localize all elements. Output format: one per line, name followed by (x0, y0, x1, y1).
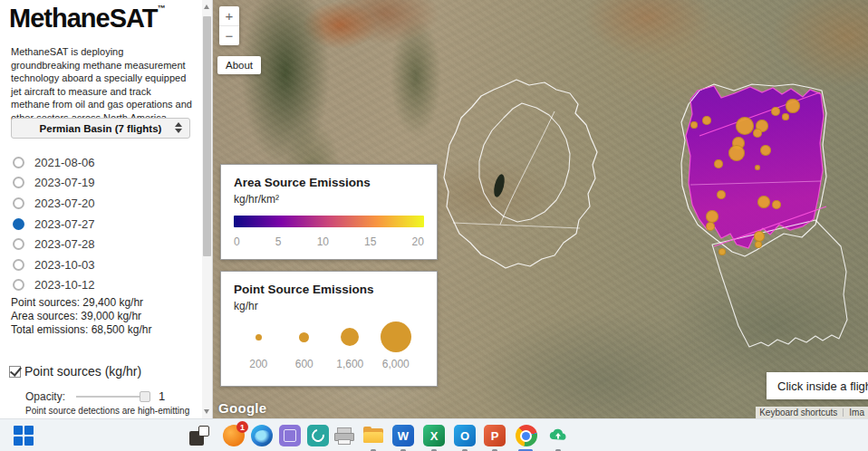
flight-date-label: 2021-08-06 (34, 156, 95, 169)
flight-radio-2023-07-28[interactable]: 2023-07-28 (13, 234, 95, 254)
point-source-marker[interactable] (719, 248, 726, 255)
tick-20: 20 (412, 235, 424, 248)
about-button[interactable]: About (217, 56, 261, 74)
region-dropdown-value: Permian Basin (7 flights) (40, 123, 162, 134)
point-source-marker[interactable] (702, 116, 711, 125)
point-source-marker[interactable] (786, 99, 800, 113)
flight-date-label: 2023-07-28 (34, 237, 95, 251)
excel-button[interactable]: X (423, 425, 445, 446)
bubble-cell (236, 334, 282, 341)
attribution-divider (843, 408, 844, 417)
point-source-marker[interactable] (690, 121, 698, 129)
bubble-cell (282, 332, 328, 342)
point-source-note: Point source detections are high-emittin… (25, 406, 190, 418)
point-source-marker[interactable] (771, 107, 780, 116)
start-button[interactable] (13, 425, 34, 446)
printer-icon-paper (338, 439, 351, 445)
flight-radio-2023-10-12[interactable]: 2023-10-12 (13, 275, 95, 296)
point-legend-title: Point Source Emissions (234, 283, 424, 296)
sidebar-scrollbar[interactable] (202, 0, 212, 418)
point-source-marker[interactable] (757, 196, 770, 208)
outlook-button[interactable]: O (454, 425, 476, 446)
flight-radio-2023-10-03[interactable]: 2023-10-03 (13, 254, 95, 275)
bubble-label: 600 (282, 358, 328, 370)
task-view-button[interactable] (188, 425, 210, 446)
keyboard-shortcuts-link[interactable]: Keyboard shortcuts (759, 408, 837, 417)
updown-arrows-icon (175, 122, 182, 133)
windows-taskbar: 1 W X O P (0, 418, 868, 451)
bubble-600 (299, 332, 309, 342)
area-legend-gradient-bar (234, 216, 424, 227)
zoom-in-button[interactable]: + (219, 6, 239, 25)
opacity-slider-thumb[interactable] (140, 391, 150, 402)
point-source-marker[interactable] (755, 241, 762, 248)
radio-icon (13, 279, 24, 291)
flight-date-label: 2023-10-12 (34, 278, 95, 292)
tick-5: 5 (275, 235, 282, 248)
map-zoom-control: + − (219, 6, 239, 45)
opacity-control: Opacity: 1 (25, 389, 165, 403)
tick-0: 0 (234, 235, 240, 248)
point-source-legend: Point Source Emissions kg/hr 200 600 1,6… (220, 271, 438, 387)
powerpoint-button[interactable]: P (484, 425, 506, 446)
folder-icon-front (363, 432, 383, 443)
flight-date-label: 2023-07-27 (34, 217, 95, 231)
point-source-marker[interactable] (772, 200, 781, 209)
radio-icon (13, 197, 24, 209)
map-canvas[interactable]: + − About Area Source Emissions kg/hr/km… (213, 0, 868, 418)
emission-stats: Point sources: 29,400 kg/hr Area sources… (11, 296, 151, 336)
scrollbar-thumb[interactable] (203, 16, 211, 256)
zoom-out-button[interactable]: − (219, 26, 239, 45)
word-button[interactable]: W (392, 425, 414, 446)
point-sources-checkbox-row[interactable]: Point sources (kg/hr) (9, 364, 141, 379)
point-source-marker[interactable] (706, 210, 719, 223)
app-description: MethaneSAT is deploying groundbreaking m… (11, 45, 192, 124)
trademark: ™ (157, 4, 165, 13)
scroll-down-icon[interactable] (204, 409, 209, 414)
purple-app-button[interactable] (279, 425, 301, 446)
sync-icon (309, 427, 326, 444)
tick-10: 10 (317, 235, 329, 248)
imagery-attribution: Ima (849, 408, 864, 417)
bubble-label: 200 (236, 358, 282, 370)
opacity-slider-track[interactable] (76, 396, 141, 398)
bubble-label: 1,600 (327, 358, 373, 370)
region-dropdown[interactable]: Permian Basin (7 flights) (11, 118, 190, 139)
point-source-marker[interactable] (755, 165, 760, 170)
point-source-marker[interactable] (760, 145, 771, 156)
point-source-marker[interactable] (782, 113, 789, 120)
area-legend-title: Area Source Emissions (234, 176, 424, 189)
flight-date-list: 2021-08-06 2023-07-19 2023-07-20 2023-07… (13, 152, 95, 295)
point-source-marker[interactable] (717, 190, 726, 199)
flight-path-tooltip: Click inside a flight pa (767, 372, 868, 399)
point-legend-units: kg/hr (234, 300, 424, 312)
area-legend-units: kg/hr/km² (234, 193, 424, 206)
point-source-marker[interactable] (714, 159, 723, 168)
area-sources-total: Area sources: 39,000 kg/hr (11, 310, 151, 323)
checkbox-icon[interactable] (9, 366, 21, 378)
flight-radio-2023-07-20[interactable]: 2023-07-20 (13, 193, 95, 214)
cloud-upload-button[interactable] (547, 425, 569, 446)
tick-15: 15 (364, 235, 376, 248)
chrome-button[interactable] (516, 425, 537, 446)
radio-icon (13, 238, 24, 250)
logo-text: MethaneSAT (9, 4, 157, 33)
flight-radio-2023-07-19[interactable]: 2023-07-19 (13, 173, 95, 194)
sidebar: MethaneSAT™ MethaneSAT is deploying grou… (0, 0, 213, 418)
printer-button[interactable] (333, 425, 355, 446)
opacity-value: 1 (159, 389, 165, 403)
file-explorer-button[interactable] (362, 425, 384, 446)
sync-app-button[interactable] (307, 425, 329, 446)
total-emissions: Total emissions: 68,500 kg/hr (11, 323, 151, 337)
notification-app-button[interactable]: 1 (223, 425, 245, 446)
point-source-marker[interactable] (706, 222, 715, 231)
edge-browser-button[interactable] (251, 425, 273, 446)
point-source-marker[interactable] (728, 145, 745, 161)
scroll-up-icon[interactable] (204, 5, 209, 9)
flight-radio-2023-07-27[interactable]: 2023-07-27 (13, 214, 95, 235)
point-source-marker[interactable] (736, 117, 754, 135)
bubble-1600 (341, 328, 359, 346)
point-source-marker[interactable] (753, 129, 762, 138)
flight-radio-2021-08-06[interactable]: 2021-08-06 (13, 152, 95, 173)
bubble-200 (256, 334, 262, 341)
